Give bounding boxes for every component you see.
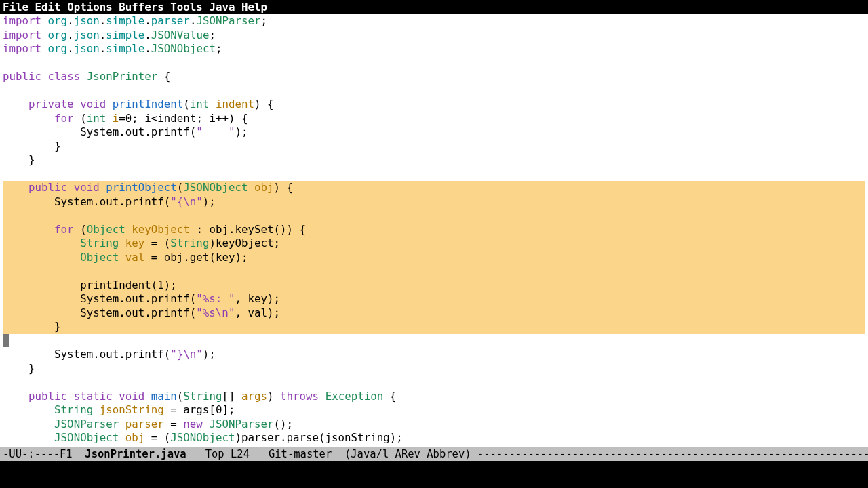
modeline-status: -UU-:----F1 [3, 448, 85, 460]
code-line[interactable]: String key = (String)keyObject; [3, 237, 865, 251]
menu-file[interactable]: File [3, 1, 28, 14]
code-line[interactable]: for (int i=0; i<indent; i++) { [3, 112, 865, 126]
modeline-info: Top L24 Git-master (Java/l ARev Abbrev) [186, 448, 477, 460]
code-line[interactable]: System.out.printf("%s: ", key); [3, 292, 865, 306]
code-line[interactable]: for (Object keyObject : obj.keySet()) { [3, 223, 865, 237]
code-line[interactable]: } [3, 140, 865, 154]
modeline-fill: ----------------------------------------… [477, 448, 868, 460]
code-line[interactable]: System.out.printf(" "); [3, 125, 865, 140]
menu-edit[interactable]: Edit [35, 1, 61, 14]
menu-java[interactable]: Java [209, 1, 235, 14]
code-line[interactable]: JSONObject obj = (JSONObject)parser.pars… [3, 431, 865, 445]
menu-help[interactable]: Help [241, 1, 267, 14]
code-line[interactable]: public static void main(String[] args) t… [3, 390, 865, 404]
code-line[interactable]: System.out.printf("{\n"); [3, 195, 865, 209]
code-line[interactable]: Object val = obj.get(key); [3, 251, 865, 265]
editor-frame: File Edit Options Buffers Tools Java Hel… [0, 0, 868, 461]
code-line[interactable] [3, 264, 865, 279]
code-line[interactable]: import org.json.simple.JSONValue; [3, 28, 865, 43]
mode-line: -UU-:----F1 JsonPrinter.java Top L24 Git… [0, 447, 868, 461]
code-line[interactable]: public class JsonPrinter { [3, 70, 865, 84]
code-line[interactable] [3, 375, 865, 390]
menu-tools[interactable]: Tools [170, 1, 203, 14]
code-area[interactable]: import org.json.simple.parser.JSONParser… [0, 14, 868, 445]
code-line[interactable]: System.out.printf("}\n"); [3, 348, 865, 362]
code-line[interactable] [3, 334, 865, 348]
code-line[interactable]: JSONParser parser = new JSONParser(); [3, 418, 865, 432]
menu-options[interactable]: Options [67, 1, 113, 14]
modeline-buffer-name: JsonPrinter.java [85, 448, 186, 460]
code-line[interactable]: } [3, 153, 865, 167]
code-line[interactable]: import org.json.simple.JSONObject; [3, 42, 865, 56]
code-line[interactable] [3, 56, 865, 70]
code-line[interactable]: public void printObject(JSONObject obj) … [3, 181, 865, 195]
code-line[interactable]: } [3, 320, 865, 334]
code-line[interactable] [3, 209, 865, 223]
code-line[interactable]: printIndent(1); [3, 279, 865, 293]
code-line[interactable]: private void printIndent(int indent) { [3, 98, 865, 112]
code-line[interactable] [3, 167, 865, 182]
code-line[interactable]: System.out.printf("%s\n", val); [3, 306, 865, 321]
code-line[interactable]: String jsonString = args[0]; [3, 403, 865, 418]
menu-bar[interactable]: File Edit Options Buffers Tools Java Hel… [0, 0, 868, 14]
code-line[interactable] [3, 84, 865, 98]
code-line[interactable]: import org.json.simple.parser.JSONParser… [3, 14, 865, 28]
menu-buffers[interactable]: Buffers [119, 1, 164, 14]
code-line[interactable]: } [3, 362, 865, 376]
